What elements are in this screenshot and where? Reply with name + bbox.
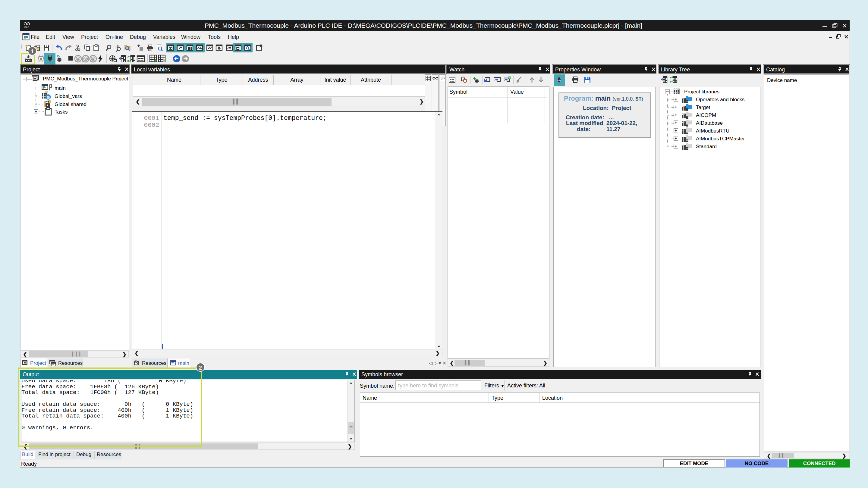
svg-text:G: G — [47, 95, 50, 100]
svg-text:PLC: PLC — [24, 26, 29, 29]
